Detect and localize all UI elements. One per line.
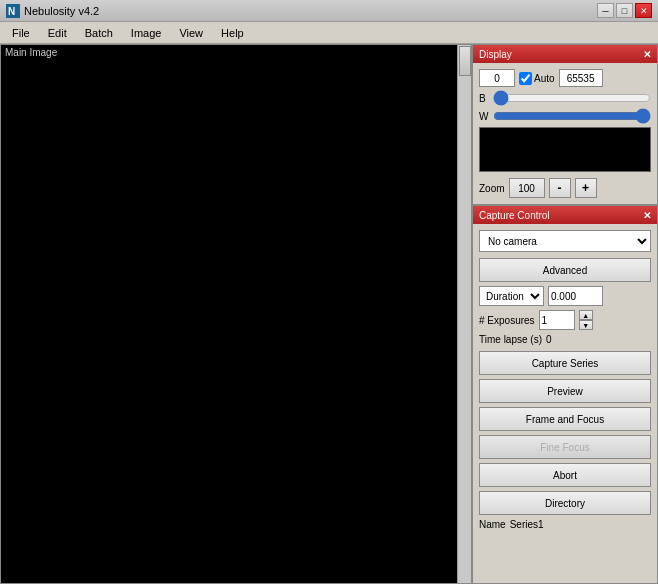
menu-help[interactable]: Help — [213, 25, 252, 41]
close-button[interactable]: ✕ — [635, 3, 652, 18]
black-slider-label: B — [479, 93, 489, 104]
exposures-down-button[interactable]: ▼ — [579, 320, 593, 330]
duration-input[interactable] — [548, 286, 603, 306]
timelapse-label: Time lapse (s) — [479, 334, 542, 345]
white-slider[interactable] — [493, 109, 651, 123]
display-panel-close[interactable]: ✕ — [643, 49, 651, 60]
display-max-input[interactable] — [559, 69, 603, 87]
frame-and-focus-button[interactable]: Frame and Focus — [479, 407, 651, 431]
main-layout: Main Image Display ✕ Auto — [0, 44, 658, 584]
advanced-button[interactable]: Advanced — [479, 258, 651, 282]
capture-panel-titlebar: Capture Control ✕ — [473, 206, 657, 224]
zoom-plus-button[interactable]: + — [575, 178, 597, 198]
black-slider-row: B — [479, 91, 651, 105]
capture-panel-title: Capture Control — [479, 210, 550, 221]
display-panel: Display ✕ Auto B W — [472, 44, 658, 205]
fine-focus-button[interactable]: Fine Focus — [479, 435, 651, 459]
zoom-minus-button[interactable]: - — [549, 178, 571, 198]
image-canvas — [1, 45, 471, 583]
preview-button[interactable]: Preview — [479, 379, 651, 403]
minimize-button[interactable]: ─ — [597, 3, 614, 18]
menu-file[interactable]: File — [4, 25, 38, 41]
auto-checkbox[interactable] — [519, 72, 532, 85]
display-panel-titlebar: Display ✕ — [473, 45, 657, 63]
capture-control-panel: Capture Control ✕ No camera Advanced Dur… — [472, 205, 658, 584]
camera-dropdown[interactable]: No camera — [479, 230, 651, 252]
exposures-row: # Exposures ▲ ▼ — [479, 310, 651, 330]
right-panel: Display ✕ Auto B W — [472, 44, 658, 584]
black-slider[interactable] — [493, 91, 651, 105]
capture-panel-close[interactable]: ✕ — [643, 210, 651, 221]
exposures-input[interactable] — [539, 310, 575, 330]
display-range-row: Auto — [479, 69, 651, 87]
timelapse-value: 0 — [546, 334, 552, 345]
display-preview-box — [479, 127, 651, 172]
zoom-label: Zoom — [479, 183, 505, 194]
exposures-spinner: ▲ ▼ — [579, 310, 593, 330]
timelapse-row: Time lapse (s) 0 — [479, 334, 651, 345]
main-image-area: Main Image — [0, 44, 472, 584]
name-row: Name Series1 — [479, 519, 651, 530]
restore-button[interactable]: □ — [616, 3, 633, 18]
window-controls: ─ □ ✕ — [597, 3, 652, 18]
menu-image[interactable]: Image — [123, 25, 170, 41]
title-bar: N Nebulosity v4.2 ─ □ ✕ — [0, 0, 658, 22]
display-panel-title: Display — [479, 49, 512, 60]
menu-view[interactable]: View — [171, 25, 211, 41]
exposures-up-button[interactable]: ▲ — [579, 310, 593, 320]
svg-text:N: N — [8, 6, 15, 17]
scroll-thumb[interactable] — [459, 46, 471, 76]
app-title: Nebulosity v4.2 — [24, 5, 99, 17]
capture-panel-content: No camera Advanced DurationFrames/secBul… — [473, 224, 657, 536]
white-slider-row: W — [479, 109, 651, 123]
zoom-row: Zoom 100 - + — [479, 178, 651, 198]
name-label: Name — [479, 519, 506, 530]
duration-row: DurationFrames/secBulb — [479, 286, 651, 306]
capture-series-button[interactable]: Capture Series — [479, 351, 651, 375]
app-icon: N — [6, 4, 20, 18]
menu-batch[interactable]: Batch — [77, 25, 121, 41]
directory-button[interactable]: Directory — [479, 491, 651, 515]
abort-button[interactable]: Abort — [479, 463, 651, 487]
scrollbar-right[interactable] — [457, 45, 471, 583]
auto-checkbox-label: Auto — [519, 72, 555, 85]
display-min-input[interactable] — [479, 69, 515, 87]
name-value: Series1 — [510, 519, 544, 530]
duration-select[interactable]: DurationFrames/secBulb — [479, 286, 544, 306]
exposures-label: # Exposures — [479, 315, 535, 326]
white-slider-label: W — [479, 111, 489, 122]
zoom-value-button[interactable]: 100 — [509, 178, 545, 198]
menu-bar: File Edit Batch Image View Help — [0, 22, 658, 44]
menu-edit[interactable]: Edit — [40, 25, 75, 41]
display-panel-content: Auto B W Zoom 100 - + — [473, 63, 657, 204]
main-image-label: Main Image — [5, 47, 57, 58]
